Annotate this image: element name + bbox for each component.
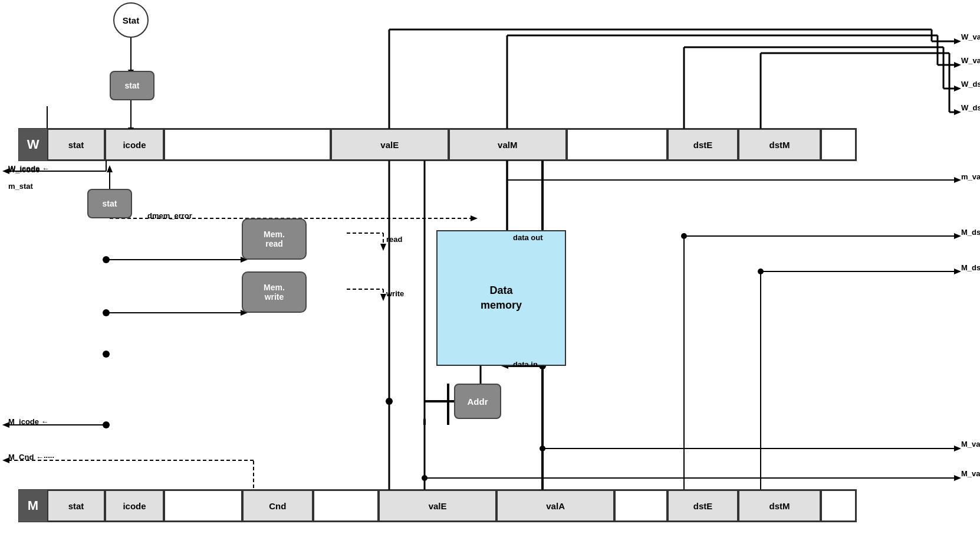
- stat-box-m: stat: [87, 189, 132, 218]
- w-valm-label: W_valM: [961, 56, 980, 65]
- m-empty2: [313, 490, 379, 522]
- m-valm-label: m_valM: [961, 172, 980, 181]
- diagram: Stat stat W stat icode valE valM dstE ds…: [0, 0, 980, 550]
- svg-point-106: [386, 398, 393, 405]
- m-end: [821, 490, 856, 522]
- w-icode-arrow-label: W_icode ←: [8, 164, 50, 173]
- svg-marker-100: [954, 475, 961, 481]
- w-register: W stat icode valE valM dstE dstM: [19, 129, 856, 161]
- mem-read-block: Mem. read: [242, 218, 307, 260]
- stat-box-w: stat: [110, 71, 154, 100]
- m-dstM: dstM: [738, 490, 821, 522]
- w-dste-label: W_dstE: [961, 80, 980, 89]
- data-memory-block: Data memory: [436, 230, 566, 366]
- m-valE: valE: [379, 490, 496, 522]
- svg-point-74: [103, 351, 110, 358]
- mem-write-block: Mem. write: [242, 271, 307, 313]
- data-in-label: data in: [513, 360, 538, 369]
- dmem-error-label: dmem_error: [147, 211, 192, 220]
- w-icode: icode: [105, 129, 164, 161]
- m-dstE: dstE: [667, 490, 738, 522]
- w-end: [821, 129, 856, 161]
- w-dstE: dstE: [667, 129, 738, 161]
- svg-marker-46: [107, 165, 113, 172]
- w-valE: valE: [331, 129, 449, 161]
- m-empty1: [164, 490, 242, 522]
- data-out-label: data out: [513, 233, 543, 242]
- w-dstM: dstM: [738, 129, 821, 161]
- svg-marker-92: [954, 269, 961, 274]
- svg-marker-52: [954, 177, 961, 183]
- m-stat-label: m_stat: [8, 182, 33, 191]
- read-label: read: [386, 235, 402, 244]
- svg-marker-29: [954, 62, 961, 68]
- svg-marker-24: [954, 38, 961, 44]
- m-valA: valA: [496, 490, 614, 522]
- m-dste-label: M_dstE: [961, 228, 980, 237]
- w-reg-label: W: [19, 129, 47, 161]
- m-empty3: [614, 490, 667, 522]
- w-empty2: [567, 129, 667, 161]
- m-dstm-label: M_dstM: [961, 263, 980, 272]
- svg-marker-57: [380, 244, 386, 251]
- svg-marker-49: [471, 215, 478, 221]
- m-icode-label: M_icode ←: [8, 417, 49, 426]
- m-vale-label: M_valE: [961, 469, 980, 478]
- m-register: M stat icode Cnd valE valA dstE dstM: [19, 490, 856, 522]
- m-stat: stat: [47, 490, 105, 522]
- m-cnd: Cnd: [242, 490, 313, 522]
- svg-marker-96: [954, 446, 961, 451]
- stat-circle-label: Stat: [123, 15, 139, 25]
- w-vale-label: W_valE: [961, 32, 980, 41]
- m-vala-label: M_valA: [961, 440, 980, 448]
- addr-block: Addr: [454, 384, 501, 419]
- m-icode: icode: [105, 490, 164, 522]
- m-cnd-label: M_Cnd ←·····: [8, 453, 54, 461]
- write-label: write: [386, 289, 404, 298]
- svg-marker-60: [380, 294, 386, 301]
- w-valM: valM: [449, 129, 567, 161]
- svg-marker-39: [954, 109, 961, 115]
- w-empty1: [164, 129, 331, 161]
- m-reg-label: M: [19, 490, 47, 522]
- w-dstm-label: W_dstM: [961, 103, 980, 112]
- svg-marker-88: [954, 233, 961, 239]
- w-stat: stat: [47, 129, 105, 161]
- svg-marker-34: [954, 86, 961, 91]
- stat-circle: Stat: [113, 2, 149, 38]
